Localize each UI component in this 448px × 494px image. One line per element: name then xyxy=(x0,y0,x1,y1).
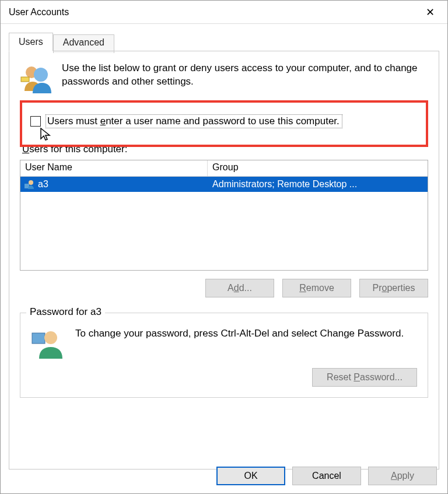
column-header-row: User Name Group xyxy=(20,160,428,177)
svg-point-1 xyxy=(34,68,48,82)
user-row[interactable]: a3 Administrators; Remote Desktop ... xyxy=(20,177,428,192)
close-icon: ✕ xyxy=(426,7,435,17)
user-row-name: a3 xyxy=(38,179,48,190)
window-title: User Accounts xyxy=(9,7,69,17)
titlebar: User Accounts ✕ xyxy=(1,1,447,24)
annotation-highlight: Users must enter a user name and passwor… xyxy=(20,100,428,147)
user-row-name-cell: a3 xyxy=(20,179,208,190)
cancel-button[interactable]: Cancel xyxy=(292,467,361,485)
svg-point-4 xyxy=(29,180,33,185)
apply-button[interactable]: Apply xyxy=(368,467,437,485)
require-login-checkbox[interactable] xyxy=(30,116,41,127)
svg-point-6 xyxy=(44,331,57,344)
column-header-group[interactable]: Group xyxy=(208,160,428,176)
reset-password-button[interactable]: Reset Password... xyxy=(312,368,417,387)
password-groupbox: Password for a3 To change your password,… xyxy=(20,313,428,398)
tab-panel-users: Use the list below to grant or deny user… xyxy=(9,51,439,470)
intro-text: Use the list below to grant or deny user… xyxy=(62,62,428,89)
tab-strip: Users Advanced xyxy=(1,24,447,51)
svg-rect-2 xyxy=(21,77,29,82)
users-listview[interactable]: User Name Group a3 Administrators; Remot… xyxy=(20,160,428,271)
password-info-text: To change your password, press Ctrl-Alt-… xyxy=(75,327,404,341)
cursor-icon xyxy=(40,127,51,142)
password-info-row: To change your password, press Ctrl-Alt-… xyxy=(31,327,417,360)
remove-button[interactable]: Remove xyxy=(282,279,351,297)
ok-button[interactable]: OK xyxy=(216,467,285,485)
dialog-window: User Accounts ✕ Users Advanced Use the l… xyxy=(0,0,448,494)
password-group-legend: Password for a3 xyxy=(26,306,105,318)
intro-row: Use the list below to grant or deny user… xyxy=(20,62,428,94)
tab-users[interactable]: Users xyxy=(9,33,53,51)
single-user-icon xyxy=(31,327,64,360)
user-avatar-icon xyxy=(24,179,34,190)
require-login-row: Users must enter a user name and passwor… xyxy=(30,114,418,128)
user-buttons-row: Add... Remove Properties xyxy=(20,279,428,297)
column-header-username[interactable]: User Name xyxy=(20,160,208,176)
close-button[interactable]: ✕ xyxy=(418,3,442,21)
dialog-footer-buttons: OK Cancel Apply xyxy=(216,467,437,485)
properties-button[interactable]: Properties xyxy=(359,279,428,297)
reset-password-row: Reset Password... xyxy=(31,368,417,387)
user-row-group: Administrators; Remote Desktop ... xyxy=(208,179,428,190)
add-button[interactable]: Add... xyxy=(205,279,274,297)
require-login-label[interactable]: Users must enter a user name and passwor… xyxy=(46,114,342,128)
svg-rect-5 xyxy=(32,333,45,344)
users-group-icon xyxy=(20,62,52,94)
